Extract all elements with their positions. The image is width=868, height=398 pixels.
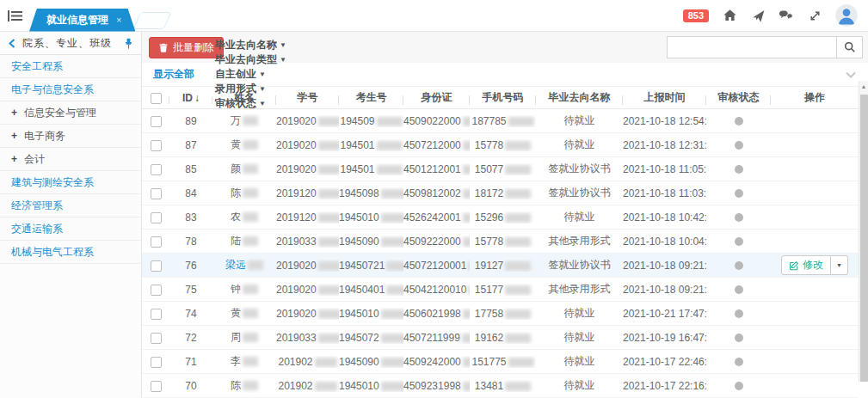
sidebar-item-major[interactable]: + 电子商务 — [0, 125, 141, 148]
sidebar-collapse-icon[interactable] — [9, 39, 15, 48]
cell-id: 83 — [169, 211, 212, 223]
chevron-down-icon: ▼ — [259, 70, 266, 78]
column-header-destination[interactable]: 毕业去向名称 — [536, 90, 623, 105]
expand-plus-icon[interactable]: + — [11, 153, 17, 165]
expand-plus-icon[interactable]: + — [11, 107, 17, 119]
cell-exam-no: 1945010 — [339, 380, 403, 392]
sidebar-item-dept[interactable]: 经济管理系 — [0, 194, 141, 217]
redaction-box — [318, 141, 339, 150]
chat-icon[interactable] — [779, 8, 794, 23]
row-checkbox[interactable] — [151, 212, 162, 223]
redaction-box — [386, 261, 403, 271]
row-checkbox[interactable] — [151, 188, 162, 199]
redaction-box — [505, 285, 531, 295]
batch-delete-button[interactable]: 批量删除 — [149, 37, 224, 58]
row-select-cell — [142, 379, 169, 391]
cell-name: 农 — [212, 210, 276, 224]
cell-student-no: 2019020 — [276, 260, 339, 272]
cell-student-no: 2019020 — [276, 115, 339, 127]
cell-id: 74 — [169, 308, 212, 320]
filter-dropdown-label: 自主创业 — [215, 67, 256, 82]
menu-indent-icon — [8, 9, 22, 22]
column-header-phone[interactable]: 手机号码 — [470, 90, 536, 105]
row-select-cell — [142, 283, 169, 295]
column-header-student-no[interactable]: 学号 — [276, 90, 339, 105]
cell-audit-status — [706, 332, 771, 344]
notification-badge[interactable]: 853 — [683, 9, 709, 22]
status-dot — [735, 165, 743, 174]
sidebar-toggle-icon[interactable] — [0, 9, 29, 22]
filter-dropdown[interactable]: 毕业去向类型 ▼ — [215, 52, 286, 67]
sidebar-item-major[interactable]: + 会计 — [0, 148, 141, 171]
row-checkbox[interactable] — [151, 357, 162, 368]
sidebar-item-dept[interactable]: 交通运输系 — [0, 217, 141, 241]
column-header-name[interactable]: 姓名 — [212, 90, 276, 105]
table-row: 75 钟 2019020 19450401 45042120010 15177 … — [142, 278, 859, 302]
status-dot — [735, 285, 743, 294]
action-dropdown-caret[interactable]: ▼ — [831, 255, 848, 275]
filter-show-all[interactable]: 显示全部 — [153, 67, 194, 82]
table-row: 85 颜 2019020 194501 4501212001 15077 签就业… — [142, 157, 859, 181]
home-icon[interactable] — [722, 8, 737, 23]
row-checkbox[interactable] — [151, 260, 162, 272]
row-checkbox[interactable] — [151, 285, 162, 296]
column-header-audit-status[interactable]: 审核状态 — [706, 90, 771, 105]
sidebar-item-dept[interactable]: 安全工程系 — [0, 55, 141, 78]
column-header-exam-no[interactable]: 考生号 — [339, 90, 403, 105]
expand-plus-icon[interactable]: + — [11, 130, 17, 142]
expand-icon[interactable] — [807, 8, 822, 23]
table-row: 83 农 2019120 1945010 4526242001 15296 待就… — [142, 205, 859, 230]
row-select-cell — [142, 331, 169, 343]
edit-button[interactable]: 修改 — [781, 255, 831, 275]
sidebar-item-dept[interactable]: 建筑与测绘安全系 — [0, 171, 141, 194]
filter-dropdown[interactable]: 自主创业 ▼ — [215, 67, 286, 82]
row-checkbox[interactable] — [151, 116, 162, 127]
table-row: 74 黄 2019020 1945010 4506021998 17758 待就… — [142, 302, 859, 326]
column-header-id-card[interactable]: 身份证 — [403, 90, 470, 105]
row-checkbox[interactable] — [151, 236, 162, 248]
search-button[interactable] — [836, 37, 862, 58]
row-checkbox[interactable] — [151, 140, 162, 151]
row-checkbox[interactable] — [151, 309, 162, 320]
vertical-scrollbar[interactable]: ▲ — [859, 81, 868, 382]
sidebar-item-major[interactable]: + 信息安全与管理 — [0, 101, 141, 125]
user-avatar[interactable] — [835, 4, 858, 27]
sidebar-item-dept[interactable]: 电子与信息安全系 — [0, 78, 141, 101]
column-header-id[interactable]: ID↓ — [169, 92, 212, 104]
redaction-box — [243, 212, 258, 222]
row-checkbox[interactable] — [151, 381, 162, 392]
cell-exam-no: 194501 — [339, 163, 403, 175]
row-checkbox[interactable] — [151, 333, 162, 344]
cell-exam-no: 194509 — [339, 115, 403, 127]
sidebar-item-label: 电子商务 — [24, 129, 65, 144]
search-box — [667, 36, 863, 58]
cell-exam-no: 1945010 — [339, 211, 403, 223]
filter-collapse-icon[interactable] — [846, 71, 856, 78]
cell-audit-status — [706, 356, 771, 368]
sidebar-item-dept[interactable]: 机械与电气工程系 — [0, 241, 141, 264]
batch-delete-label: 批量删除 — [173, 40, 214, 55]
redaction-box — [315, 358, 337, 367]
redaction-box — [505, 189, 531, 199]
tab-close-icon[interactable]: × — [116, 15, 121, 25]
cell-exam-no: 194501 — [339, 139, 403, 151]
search-input[interactable] — [668, 37, 836, 58]
cell-id-card: 4509022000 — [403, 115, 470, 127]
cell-id: 85 — [169, 163, 212, 175]
row-checkbox[interactable] — [151, 164, 162, 175]
scrollbar-up-arrow[interactable]: ▲ — [859, 81, 868, 91]
filter-dropdown[interactable]: 毕业去向名称 ▼ — [215, 38, 286, 52]
select-all-checkbox[interactable] — [151, 93, 162, 104]
tab-employment-info[interactable]: 就业信息管理 × — [29, 9, 135, 32]
send-icon[interactable] — [750, 8, 766, 23]
cell-exam-no: 1945098 — [339, 187, 403, 199]
sidebar-item-label: 经济管理系 — [11, 199, 63, 213]
cell-name: 梁远 — [212, 258, 276, 272]
column-header-report-time[interactable]: 上报时间 — [623, 90, 706, 105]
cell-exam-no: 1945090 — [339, 236, 403, 248]
status-dot — [735, 358, 743, 366]
scrollbar-thumb[interactable] — [860, 95, 868, 382]
sidebar-item-label: 安全工程系 — [11, 59, 63, 74]
pin-icon[interactable] — [123, 37, 134, 50]
cell-exam-no: 19450721 — [339, 260, 403, 272]
